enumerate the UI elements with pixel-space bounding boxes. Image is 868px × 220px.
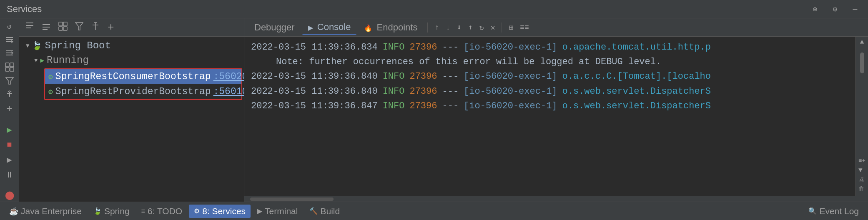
collapse-all-icon[interactable] xyxy=(3,36,16,44)
tree-running-group[interactable]: ▼ ▶ Running xyxy=(19,53,244,68)
status-build[interactable]: 🔨 Build xyxy=(304,205,345,218)
search-icon: 🔍 xyxy=(808,207,817,215)
log-pid-4: 27396 xyxy=(409,84,437,99)
download-icon[interactable]: ⬇ xyxy=(454,22,464,33)
java-enterprise-label: Java Enterprise xyxy=(21,206,82,216)
log-sep-3: --- xyxy=(442,69,459,84)
todo-icon: ≡ xyxy=(141,208,145,215)
console-icon: ▶ xyxy=(308,24,313,31)
tree-springboot-root[interactable]: ▼ 🍃 Spring Boot xyxy=(19,38,244,53)
svg-rect-21 xyxy=(59,27,63,30)
add-service-icon[interactable]: ⊕ xyxy=(809,3,821,15)
play-icon: ▶ xyxy=(40,56,44,65)
log-timestamp-3: 2022-03-15 11:39:36.840 xyxy=(251,69,378,84)
add-icon[interactable]: + xyxy=(3,103,16,115)
terminal-label: Terminal xyxy=(265,206,298,216)
title-bar-right: ⊕ ⚙ — xyxy=(809,3,861,15)
log-line-5: 2022-03-15 11:39:36.847 INFO 27396 --- [… xyxy=(251,99,849,113)
console-output-container: 2022-03-15 11:39:36.834 INFO 27396 --- [… xyxy=(244,37,868,196)
svc-add-icon[interactable]: + xyxy=(106,20,116,35)
event-log-label: Event Log xyxy=(819,206,859,216)
scroll-up-arrow[interactable]: ▲ xyxy=(860,38,864,46)
svc-pin-icon[interactable] xyxy=(89,21,102,34)
spring-label: Spring xyxy=(104,206,130,216)
log-thread-3: [io-56020-exec-1] xyxy=(464,69,557,84)
event-log-button[interactable]: 🔍 Event Log xyxy=(803,205,864,218)
toolbar-separator-2 xyxy=(502,22,502,32)
tab-debugger[interactable]: Debugger xyxy=(248,20,301,35)
tab-console[interactable]: ▶ Console xyxy=(302,20,357,35)
run-icon[interactable]: ▶ xyxy=(3,125,16,135)
svg-rect-6 xyxy=(5,63,9,67)
chevron-down-icon: ▼ xyxy=(26,42,29,49)
clear-icon[interactable]: ✕ xyxy=(488,22,498,33)
svc-align-top-icon[interactable] xyxy=(23,21,36,34)
consumer-port[interactable]: :56020/ xyxy=(213,71,244,82)
h-scrollbar-thumb[interactable] xyxy=(250,198,334,201)
build-label: Build xyxy=(320,206,340,216)
provider-name: SpringRestProviderBootstrap xyxy=(55,86,211,97)
list-view-icon[interactable]: ≡≡ xyxy=(517,22,532,32)
scroll-down-arrow[interactable]: ▼ xyxy=(858,167,865,174)
svg-rect-8 xyxy=(5,68,9,71)
refresh-icon[interactable]: ↺ xyxy=(3,22,16,31)
scroll-tool-1[interactable]: ≡+ xyxy=(858,158,865,164)
status-services[interactable]: ⚙ 8: Services xyxy=(189,205,251,218)
svg-rect-20 xyxy=(63,22,67,26)
endpoints-icon: 🔥 xyxy=(364,25,372,32)
log-timestamp-1: 2022-03-15 11:39:36.834 xyxy=(251,40,378,55)
scroll-down-icon[interactable]: ↓ xyxy=(443,22,453,32)
title-bar: Services ⊕ ⚙ — xyxy=(0,0,868,18)
main-container: Services ⊕ ⚙ — ↺ xyxy=(0,0,868,220)
terminal-icon: ▶ xyxy=(257,207,262,215)
scroll-up-icon[interactable]: ↑ xyxy=(432,22,442,32)
todo-label: 6: TODO xyxy=(148,206,182,216)
filter-icon[interactable] xyxy=(3,77,16,85)
log-logger-5: o.s.web.servlet.DispatcherS xyxy=(562,99,711,113)
tree-provider-item[interactable]: ⚙ SpringRestProviderBootstrap :56010/ xyxy=(45,84,241,99)
log-thread-5: [io-56020-exec-1] xyxy=(464,99,557,113)
debug-icon[interactable]: ⬤ xyxy=(3,190,16,200)
title-bar-left: Services xyxy=(7,4,42,15)
status-right: 🔍 Event Log xyxy=(803,205,864,218)
expand-all-icon[interactable] xyxy=(3,49,16,58)
log-pid-3: 27396 xyxy=(409,69,437,84)
log-line-3: 2022-03-15 11:39:36.840 INFO 27396 --- [… xyxy=(251,69,849,84)
springboot-icon: 🍃 xyxy=(32,40,42,51)
status-terminal[interactable]: ▶ Terminal xyxy=(252,205,303,218)
status-spring[interactable]: 🍃 Spring xyxy=(88,205,135,218)
services-icon: ⚙ xyxy=(194,207,200,215)
tab-endpoints[interactable]: 🔥 Endpoints xyxy=(358,20,423,35)
settings-icon[interactable]: ⚙ xyxy=(829,3,841,15)
consumer-name: SpringRestConsumerBootstrap xyxy=(55,71,211,82)
group-icon[interactable] xyxy=(3,62,16,72)
delete-icon[interactable]: 🗑 xyxy=(858,186,865,192)
grid-view-icon[interactable]: ⊞ xyxy=(506,22,516,33)
chevron-down-icon-running: ▼ xyxy=(34,57,38,64)
svc-align-bottom-icon[interactable] xyxy=(40,21,53,34)
upload-icon[interactable]: ⬆ xyxy=(466,22,475,33)
right-panel: Debugger ▶ Console 🔥 Endpoints ↑ ↓ ⬇ ⬆ ↻… xyxy=(244,18,868,202)
h-scrollbar xyxy=(244,196,868,202)
log-sep-5: --- xyxy=(442,99,459,113)
minimize-icon[interactable]: — xyxy=(849,3,861,15)
endpoints-label: Endpoints xyxy=(377,22,418,32)
left-toolbar: ↺ xyxy=(0,18,19,202)
status-java-enterprise[interactable]: ☕ Java Enterprise xyxy=(4,205,87,218)
svc-filter-icon[interactable] xyxy=(73,21,85,34)
provider-port[interactable]: :56010/ xyxy=(213,86,244,97)
pin-icon[interactable] xyxy=(3,90,16,98)
stop-icon[interactable]: ■ xyxy=(3,140,16,150)
step-icon[interactable]: ▶ xyxy=(3,155,16,165)
status-bar: ☕ Java Enterprise 🍃 Spring ≡ 6: TODO ⚙ 8… xyxy=(0,202,868,220)
log-pid-1: 27396 xyxy=(409,40,437,55)
refresh-console-icon[interactable]: ↻ xyxy=(477,22,487,33)
scroll-thumb[interactable] xyxy=(860,52,864,73)
tree-consumer-item[interactable]: ⚙ SpringRestConsumerBootstrap :56020/ xyxy=(45,69,241,84)
log-thread-4: [io-56020-exec-1] xyxy=(464,84,557,99)
svc-group-icon[interactable] xyxy=(57,21,69,34)
print-icon[interactable]: 🖨 xyxy=(858,177,865,183)
status-todo[interactable]: ≡ 6: TODO xyxy=(136,205,188,218)
svg-rect-7 xyxy=(10,63,14,67)
pause-icon[interactable]: ⏸ xyxy=(3,170,16,180)
